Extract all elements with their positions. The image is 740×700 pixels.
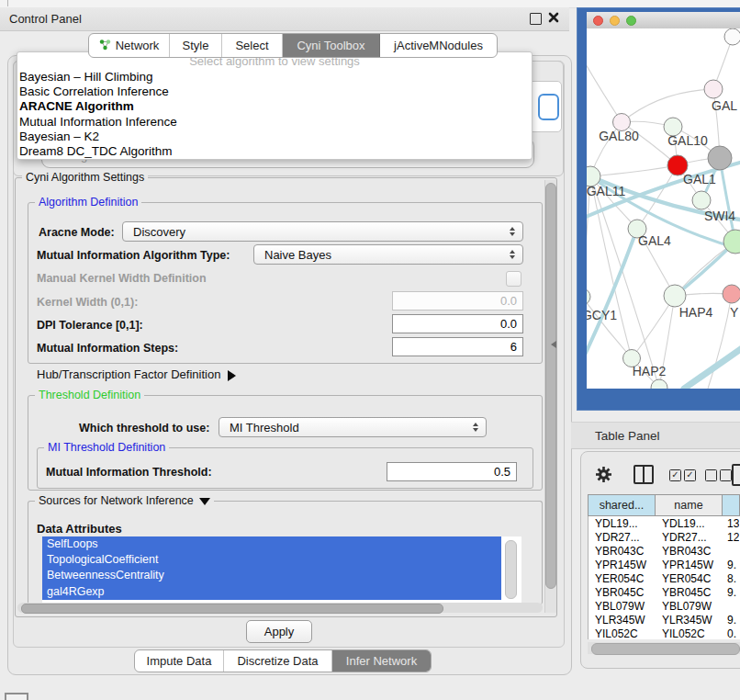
which-threshold-combobox[interactable]: MI Threshold (219, 417, 487, 437)
table-cell: 9. (723, 614, 736, 627)
node-label: GAL80 (599, 129, 639, 143)
zoom-window-icon[interactable] (626, 16, 636, 26)
horizontal-scrollbar-thumb[interactable] (21, 604, 443, 614)
checked-checkbox-icon[interactable]: ✓ (684, 469, 696, 481)
tab-label: Impute Data (147, 654, 212, 668)
sources-title[interactable]: Sources for Network Inference (35, 494, 214, 507)
close-panel-icon[interactable] (548, 12, 559, 23)
network-node[interactable] (651, 379, 667, 389)
column-header-shared[interactable]: shared... (589, 495, 656, 515)
node-label: HAP4 (679, 305, 713, 320)
algorithm-option-basic-correlation-inference[interactable]: Basic Correlation Inference (17, 85, 532, 99)
network-node-y[interactable] (723, 285, 740, 303)
table-cell: YDL19... (589, 517, 656, 530)
which-threshold-label: Which threshold to use: (79, 422, 209, 435)
dpi-tolerance-field[interactable]: 0.0 (392, 314, 523, 333)
table-row[interactable]: YDR27...YDR27...12 (589, 530, 740, 544)
algorithm-info-icon[interactable] (538, 94, 559, 120)
algorithm-option-bayesian-k2[interactable]: Bayesian – K2 (17, 130, 532, 144)
manual-kernel-width-checkbox[interactable] (506, 271, 521, 287)
table-cell: YLR345W (589, 614, 656, 627)
tab-network[interactable]: Network (89, 34, 170, 57)
control-panel-header: Control Panel (0, 7, 569, 31)
aracne-mode-combobox[interactable]: Discovery (122, 221, 523, 242)
aracne-mode-value: Discovery (123, 225, 505, 239)
tab-discretize-data[interactable]: Discretize Data (224, 650, 332, 672)
tab-jactivemnodules[interactable]: jActiveMNodules (380, 34, 497, 57)
tab-infer-network[interactable]: Infer Network (332, 650, 431, 672)
tab-style[interactable]: Style (170, 34, 222, 57)
kernel-width-field[interactable]: 0.0 (392, 291, 523, 310)
network-node-swi4[interactable] (692, 191, 711, 209)
attribute-item-gal4rgexp[interactable]: gal4RGexp (42, 584, 501, 600)
attribute-item-topologicalcoefficient[interactable]: TopologicalCoefficient (42, 552, 501, 568)
table-row[interactable]: YER054CYER054C8. (589, 571, 740, 585)
table-row[interactable]: YBR045CYBR045C9. (589, 585, 740, 599)
kernel-width-label: Kernel Width (0,1): (37, 296, 138, 309)
mi-algorithm-type-combobox[interactable]: Naive Bayes (253, 244, 523, 265)
node-label: GAL1 (683, 172, 716, 186)
tab-label: Select (235, 39, 268, 52)
algorithm-option-aracne-algorithm[interactable]: ARACNE Algorithm (17, 99, 532, 114)
algorithm-option-mutual-information-inference[interactable]: Mutual Information Inference (17, 115, 532, 130)
gear-icon[interactable] (595, 466, 612, 483)
table-row[interactable]: YLR345WYLR345W9. (589, 614, 740, 627)
network-node-gcy1[interactable] (587, 288, 590, 305)
document-icon[interactable] (732, 464, 740, 486)
network-view[interactable]: GALGAL80GAL10GAL1GAL11SWI4GAL4GCY1HAP4YH… (587, 28, 740, 389)
split-columns-icon[interactable] (633, 465, 654, 484)
table-cell: YBL079W (656, 600, 723, 613)
attribute-item-betweennesscentrality[interactable]: BetweennessCentrality (42, 568, 501, 583)
control-panel-tab-bar: NetworkStyleSelectCyni ToolboxjActiveMNo… (88, 33, 498, 58)
expand-arrow-icon (228, 370, 236, 381)
table-row[interactable]: YIL052CYIL052C0. (589, 627, 740, 639)
table-row[interactable]: YDL19...YDL19...13 (589, 516, 740, 530)
tab-cyni-toolbox[interactable]: Cyni Toolbox (283, 34, 380, 57)
minimize-window-icon[interactable] (610, 16, 620, 26)
unchecked-checkbox-icon[interactable] (705, 469, 717, 481)
table-horizontal-scrollbar-thumb[interactable] (591, 643, 740, 655)
apply-button[interactable]: Apply (246, 620, 312, 643)
data-attributes-list[interactable]: SelfLoopsTopologicalCoefficientBetweenne… (42, 536, 521, 603)
panel-splitter-arrow[interactable] (551, 341, 556, 348)
node-label: GAL (712, 98, 737, 113)
dpi-tolerance-value: 0.0 (500, 317, 517, 331)
table-row[interactable]: YBR043CYBR043C (589, 544, 740, 558)
table-cell: 8. (723, 572, 736, 585)
algorithm-dropdown-popup: Select algorithm to view settings Bayesi… (17, 51, 533, 160)
network-node-gal[interactable] (704, 80, 723, 98)
network-node-hap4[interactable] (664, 285, 686, 307)
network-icon (99, 39, 111, 53)
checked-checkbox-icon[interactable]: ✓ (669, 469, 681, 481)
algorithm-option-bayesian-hill-climbing[interactable]: Bayesian – Hill Climbing (17, 70, 532, 85)
algorithm-option-dream8-dc-tdc-algorithm[interactable]: Dream8 DC_TDC Algorithm (17, 144, 532, 159)
column-header-2[interactable] (723, 495, 739, 515)
table-row[interactable]: YBL079WYBL079W (589, 600, 740, 614)
minimized-panel-icon[interactable] (5, 693, 28, 700)
kernel-width-value: 0.0 (500, 294, 517, 308)
data-attributes-label: Data Attributes (37, 522, 122, 536)
node-label: GAL11 (587, 184, 625, 198)
mi-threshold-value: 0.5 (494, 465, 510, 479)
table-panel-header: Table Panel (571, 422, 740, 449)
table-body[interactable]: YDL19...YDL19...13YDR27...YDR27...12YBR0… (588, 516, 740, 639)
network-node[interactable] (724, 28, 740, 45)
tab-impute-data[interactable]: Impute Data (135, 650, 224, 672)
attributes-scrollbar[interactable] (505, 540, 517, 599)
close-window-icon[interactable] (593, 16, 603, 26)
tab-label: Network (116, 39, 160, 52)
attribute-item-selfloops[interactable]: SelfLoops (42, 536, 501, 552)
mi-threshold-field[interactable]: 0.5 (387, 462, 517, 481)
aracne-mode-label: Aracne Mode: (39, 226, 115, 239)
tab-label: Style (183, 39, 209, 52)
settings-scrollbar-thumb[interactable] (545, 183, 556, 589)
column-header-name[interactable]: name (656, 495, 723, 515)
hub-definition-toggle[interactable]: Hub/Transcription Factor Definition (37, 367, 236, 381)
mi-steps-field[interactable]: 6 (392, 337, 523, 356)
network-node[interactable] (708, 146, 732, 170)
unchecked-checkbox-icon[interactable] (720, 469, 732, 481)
table-row[interactable]: YPR145WYPR145W9. (589, 558, 740, 571)
table-cell: YER054C (656, 572, 723, 585)
tab-select[interactable]: Select (222, 34, 283, 57)
float-panel-icon[interactable] (530, 13, 542, 25)
